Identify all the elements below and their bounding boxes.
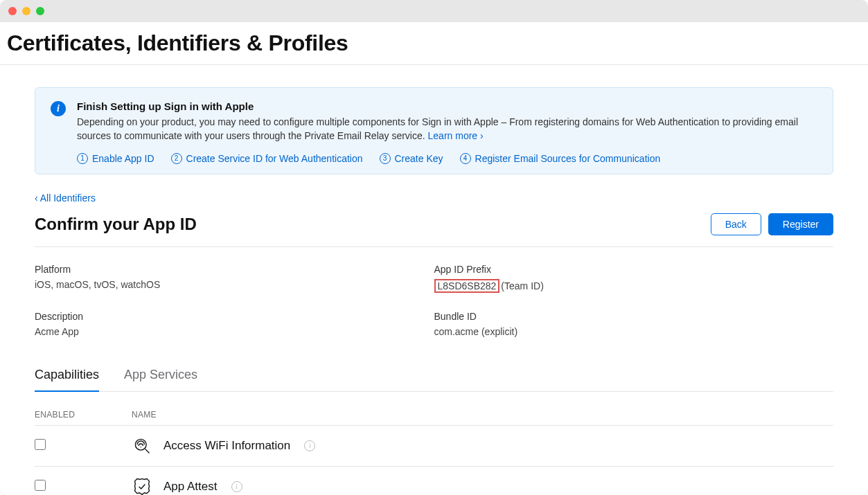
step-num-2-icon: 2 (171, 153, 182, 164)
name-cell: Access WiFi Information i (132, 435, 833, 456)
step-register-email[interactable]: 4 Register Email Sources for Communicati… (460, 153, 661, 164)
bundle-value: com.acme (explicit) (434, 326, 834, 337)
step-label: Enable App ID (92, 153, 154, 164)
svg-point-2 (141, 447, 141, 447)
step-num-1-icon: 1 (77, 153, 88, 164)
section-title: Confirm your App ID (35, 215, 197, 234)
capabilities-header: ENABLED NAME (35, 410, 833, 425)
window-titlebar (0, 0, 868, 22)
info-icon: i (51, 101, 66, 116)
description-value: Acme App (35, 326, 434, 337)
prefix-label: App ID Prefix (434, 264, 834, 275)
platform-label: Platform (35, 264, 434, 275)
tab-bar: Capabilities App Services (35, 368, 833, 392)
step-create-service-id[interactable]: 2 Create Service ID for Web Authenticati… (171, 153, 363, 164)
learn-more-link[interactable]: Learn more › (428, 130, 484, 141)
meta-prefix: App ID Prefix L8SD6SB282(Team ID) (434, 264, 834, 293)
register-button[interactable]: Register (768, 213, 833, 235)
app-id-prefix-value: L8SD6SB282 (434, 279, 500, 293)
prefix-value-row: L8SD6SB282(Team ID) (434, 279, 834, 293)
tab-capabilities[interactable]: Capabilities (35, 368, 99, 392)
main-content: i Finish Setting up Sign in with Apple D… (0, 87, 868, 495)
meta-description: Description Acme App (35, 311, 434, 337)
step-enable-app-id[interactable]: 1 Enable App ID (77, 153, 154, 164)
enabled-cell (35, 439, 132, 452)
team-id-suffix: (Team ID) (501, 280, 543, 291)
attest-icon (132, 476, 152, 495)
step-num-4-icon: 4 (460, 153, 471, 164)
meta-platform: Platform iOS, macOS, tvOS, watchOS (35, 264, 434, 293)
traffic-lights (8, 7, 44, 15)
action-buttons: Back Register (711, 213, 833, 235)
bundle-label: Bundle ID (434, 311, 834, 322)
banner-steps: 1 Enable App ID 2 Create Service ID for … (77, 153, 817, 164)
page-title: Certificates, Identifiers & Profiles (0, 22, 868, 65)
table-row: Access WiFi Information i (35, 425, 833, 466)
name-cell: App Attest i (132, 476, 833, 495)
banner-text: Depending on your product, you may need … (77, 115, 817, 143)
step-label: Register Email Sources for Communication (475, 153, 661, 164)
tab-app-services[interactable]: App Services (124, 368, 197, 392)
table-row: App Attest i (35, 466, 833, 495)
maximize-icon[interactable] (36, 7, 44, 15)
col-enabled: ENABLED (35, 410, 132, 420)
step-create-key[interactable]: 3 Create Key (380, 153, 443, 164)
platform-value: iOS, macOS, tvOS, watchOS (35, 279, 434, 290)
close-icon[interactable] (8, 7, 17, 15)
info-icon[interactable]: i (304, 440, 315, 451)
all-identifiers-link[interactable]: ‹ All Identifiers (35, 192, 96, 204)
app-window: Certificates, Identifiers & Profiles i F… (0, 0, 868, 495)
minimize-icon[interactable] (22, 7, 30, 15)
description-label: Description (35, 311, 434, 322)
enabled-cell (35, 480, 132, 493)
banner-title: Finish Setting up Sign in with Apple (77, 100, 817, 112)
capability-name: Access WiFi Information (163, 439, 290, 453)
svg-line-1 (145, 449, 149, 453)
section-heading-row: Confirm your App ID Back Register (35, 213, 833, 247)
meta-grid: Platform iOS, macOS, tvOS, watchOS App I… (35, 264, 833, 337)
meta-bundle: Bundle ID com.acme (explicit) (434, 311, 834, 337)
step-num-3-icon: 3 (380, 153, 391, 164)
capability-checkbox[interactable] (35, 480, 46, 491)
back-button[interactable]: Back (711, 213, 761, 235)
step-label: Create Key (395, 153, 443, 164)
info-icon[interactable]: i (231, 481, 242, 492)
col-name: NAME (132, 410, 833, 420)
wifi-search-icon (132, 435, 152, 456)
capability-checkbox[interactable] (35, 439, 46, 450)
step-label: Create Service ID for Web Authentication (186, 153, 363, 164)
capability-name: App Attest (163, 480, 218, 494)
capabilities-table: ENABLED NAME (35, 410, 833, 495)
banner-body: Finish Setting up Sign in with Apple Dep… (77, 100, 817, 164)
setup-banner: i Finish Setting up Sign in with Apple D… (35, 87, 833, 174)
